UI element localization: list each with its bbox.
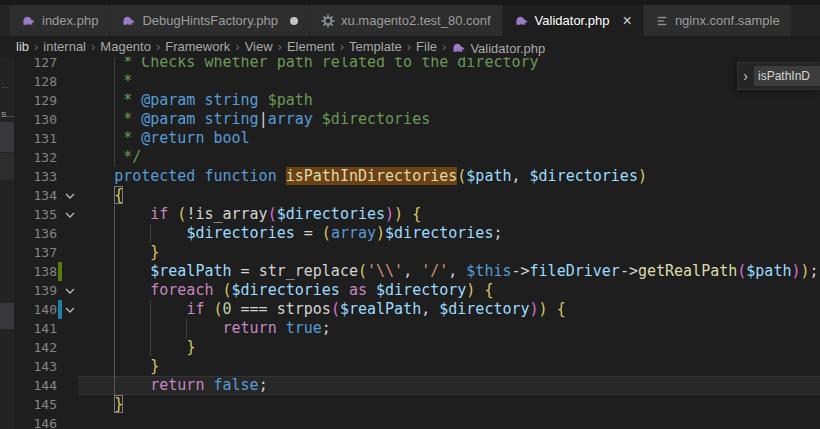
code-token — [277, 319, 286, 337]
code-text[interactable]: protected function isPathInDirectories($… — [78, 167, 820, 186]
code-token: $path — [746, 262, 791, 280]
code-text[interactable]: } — [78, 243, 820, 262]
code-token: { — [412, 205, 421, 223]
code-line: 132 */ — [15, 148, 820, 167]
code-token: strpos — [277, 300, 331, 318]
tab-validator-php[interactable]: Validator.php× — [503, 5, 643, 36]
code-token: { — [114, 186, 123, 204]
code-token: ( — [322, 224, 331, 242]
code-token: @param — [141, 110, 195, 128]
code-text[interactable] — [78, 414, 820, 429]
chevron-right-icon[interactable]: › — [743, 68, 748, 84]
code-token: true — [286, 319, 322, 337]
code-token: bool — [213, 129, 249, 147]
indent-guide — [150, 300, 151, 357]
code-text[interactable]: * @param string $path — [78, 91, 820, 110]
code-token: ( — [737, 262, 746, 280]
code-token: $directory — [439, 300, 529, 318]
line-number: 132 — [15, 148, 57, 167]
line-number: 140 — [15, 300, 57, 319]
breadcrumb-item-framework[interactable]: Framework — [165, 39, 230, 54]
breadcrumb-item-magento[interactable]: Magento — [100, 39, 151, 54]
fold-gutter — [62, 243, 78, 262]
code-token: } — [114, 395, 123, 413]
code-token: ( — [213, 300, 222, 318]
code-token: str_replace — [259, 262, 358, 280]
line-number: 142 — [15, 338, 57, 357]
sidebar-sliver-item[interactable] — [0, 122, 14, 152]
code-token: isPathInDirectories — [286, 167, 458, 185]
code-text[interactable]: return true; — [78, 319, 820, 338]
code-editor[interactable]: 127 * Checks whether path related to the… — [15, 53, 820, 429]
code-line: 140 if (0 === strpos($realPath, $directo… — [15, 300, 820, 319]
code-token: $directories — [322, 110, 430, 128]
code-line: 134 { — [15, 186, 820, 205]
code-line: 139 foreach ($directories as $directory)… — [15, 281, 820, 300]
code-token: $this — [466, 262, 511, 280]
code-token: * — [78, 72, 132, 90]
code-token: ) — [530, 300, 539, 318]
code-token: @return — [141, 129, 204, 147]
breadcrumb-item-view[interactable]: View — [245, 39, 273, 54]
line-number: 141 — [15, 319, 57, 338]
fold-chevron-icon[interactable] — [62, 186, 78, 205]
line-number: 131 — [15, 129, 57, 148]
line-number: 143 — [15, 357, 57, 376]
code-text[interactable]: { — [78, 186, 820, 205]
code-text[interactable]: if (!is_array($directories)) { — [78, 205, 820, 224]
sidebar-sliver: …S… — [0, 57, 14, 429]
code-line: 144 return false; — [15, 376, 820, 395]
code-token: protected — [114, 167, 195, 185]
php-icon — [451, 40, 466, 55]
code-token: * — [78, 129, 141, 147]
code-text[interactable]: if (0 === strpos($realPath, $directory))… — [78, 300, 820, 319]
sidebar-sliver-label: … — [1, 81, 9, 90]
sidebar-sliver-item[interactable] — [0, 153, 14, 180]
code-token: ( — [331, 300, 340, 318]
indent-guide — [150, 224, 151, 243]
code-text[interactable]: return false; — [78, 376, 820, 395]
fold-chevron-icon[interactable] — [62, 300, 78, 319]
code-token: */ — [78, 148, 141, 166]
code-token — [78, 300, 186, 318]
fold-chevron-icon[interactable] — [62, 205, 78, 224]
code-token — [313, 110, 322, 128]
code-text[interactable]: } — [78, 338, 820, 357]
modified-dot-icon — [290, 17, 298, 25]
breadcrumb-item-internal[interactable]: internal — [43, 39, 86, 54]
tab-nginx-conf-sample[interactable]: nginx.conf.sample — [644, 5, 791, 36]
code-text[interactable]: * — [78, 72, 820, 91]
code-token — [259, 91, 268, 109]
code-text[interactable]: foreach ($directories as $directory) { — [78, 281, 820, 300]
breadcrumb-item-validator-php[interactable]: Validator.php — [451, 38, 545, 56]
code-text[interactable]: * @param string|array $directories — [78, 110, 820, 129]
breadcrumb-item-element[interactable]: Element — [287, 39, 335, 54]
fold-gutter — [62, 357, 78, 376]
line-number: 128 — [15, 72, 57, 91]
code-token — [78, 224, 186, 242]
code-text[interactable]: $directories = (array)$directories; — [78, 224, 820, 243]
breadcrumb-item-lib[interactable]: lib — [16, 39, 29, 54]
tab-index-php[interactable]: index.php — [10, 5, 109, 36]
fold-chevron-icon[interactable] — [62, 281, 78, 300]
line-number: 139 — [15, 281, 57, 300]
chevron-right-icon: › — [156, 39, 160, 54]
code-text[interactable]: $realPath = str_replace('\\', '/', $this… — [78, 262, 820, 281]
code-token: * — [78, 110, 141, 128]
breadcrumb-item-file[interactable]: File — [416, 39, 437, 54]
find-input[interactable]: isPathInD — [754, 66, 820, 86]
code-text[interactable]: * @return bool — [78, 129, 820, 148]
code-text[interactable]: */ — [78, 148, 820, 167]
sidebar-sliver-item[interactable] — [0, 303, 14, 329]
fold-gutter — [62, 129, 78, 148]
vscode-window: index.phpDebugHintsFactory.phpxu.magento… — [0, 0, 820, 429]
tab-debughintsfactory-php[interactable]: DebugHintsFactory.php — [110, 5, 309, 36]
code-text[interactable]: } — [78, 395, 820, 414]
tab-xu-magento2-test-80-conf[interactable]: xu.magento2.test_80.conf — [310, 5, 502, 36]
code-token: { — [557, 300, 566, 318]
code-token: $directories — [385, 224, 493, 242]
close-icon[interactable]: × — [623, 14, 632, 28]
code-token — [78, 186, 114, 204]
code-text[interactable]: } — [78, 357, 820, 376]
breadcrumb-item-template[interactable]: Template — [349, 39, 402, 54]
